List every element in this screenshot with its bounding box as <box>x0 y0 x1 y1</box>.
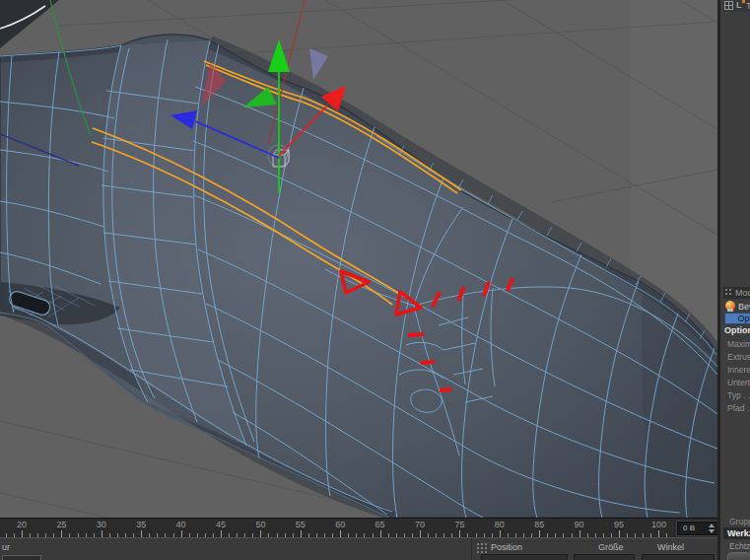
ruler-tick <box>260 530 261 537</box>
frame-counter-field[interactable]: 0 B <box>677 522 718 535</box>
position-input[interactable] <box>481 554 568 560</box>
ruler-tick <box>658 530 659 537</box>
tab-options-label: Opt <box>737 314 750 323</box>
panel-grip-icon[interactable] <box>724 288 733 297</box>
ruler-label: 25 <box>56 520 66 529</box>
ruler-tick <box>340 530 341 537</box>
angle-input[interactable] <box>642 554 715 560</box>
cinema4d-window: 20253035404550556065707580859095100 0 B … <box>0 0 750 560</box>
ruler-label: 20 <box>17 520 27 529</box>
ruler-label: 45 <box>216 520 226 529</box>
timeline-scale[interactable]: 20253035404550556065707580859095100 <box>0 519 676 538</box>
attribute-field-label[interactable]: Unterte <box>727 378 750 390</box>
options-section-title: Optione <box>723 325 750 337</box>
size-header: Größe <box>598 542 624 552</box>
tool-section-tab[interactable]: Werkze <box>723 527 750 539</box>
angle-header: Winkel <box>657 542 684 552</box>
ruler-label: 65 <box>375 520 385 529</box>
tool-title-row: Bev <box>723 300 750 313</box>
ruler-tick <box>619 530 620 537</box>
ruler-label: 95 <box>614 520 624 529</box>
panel-tab-label[interactable]: Tr <box>746 1 750 11</box>
ruler-label: 40 <box>176 520 186 529</box>
coordinate-panel: Position Größe Winkel <box>471 538 717 560</box>
layout-icon[interactable]: L <box>736 0 742 10</box>
panel-top-tabs[interactable]: L Tr <box>723 0 750 12</box>
panel-button[interactable] <box>727 552 750 560</box>
attribute-field-label[interactable]: Maxima <box>727 339 750 352</box>
size-input[interactable] <box>574 554 635 560</box>
ruler-label: 50 <box>255 520 265 529</box>
attribute-panel-header[interactable]: Mod <box>723 287 750 299</box>
attribute-field-label[interactable]: Pfad . . <box>727 403 750 416</box>
ruler-label: 55 <box>296 520 306 529</box>
ruler-label: 100 <box>651 520 666 529</box>
realtime-option-label[interactable]: Echtzei <box>729 541 750 551</box>
ruler-label: 85 <box>534 520 544 529</box>
viewport-canvas[interactable] <box>0 0 717 518</box>
ruler-tick <box>102 530 102 537</box>
frame-counter-value: 0 B <box>683 523 695 534</box>
attribute-field-label[interactable]: Extrusi <box>727 352 750 365</box>
viewport-3d[interactable] <box>0 0 717 518</box>
ruler-tick <box>420 530 421 537</box>
ruler-tick <box>459 530 460 537</box>
ruler-tick <box>500 530 501 537</box>
group-label: Gruppe <box>729 517 750 526</box>
stepper-icon[interactable] <box>709 524 716 533</box>
options-field-list: MaximaExtrusiInnererUnterteTyp . .Pfad .… <box>727 339 750 418</box>
ruler-label: 60 <box>335 520 345 529</box>
ruler-label: 80 <box>495 520 505 529</box>
ruler-label: 70 <box>415 520 425 529</box>
ruler-tick <box>301 530 302 537</box>
bevel-tool-icon <box>725 301 735 311</box>
attribute-panel: L Tr Mod Bev Opt Optione MaximaExtrusiIn… <box>717 0 750 560</box>
ruler-label: 35 <box>136 520 146 529</box>
panel-grip-icon[interactable] <box>476 542 487 553</box>
ruler-label: 75 <box>454 520 464 529</box>
timeline-ruler[interactable]: 20253035404550556065707580859095100 0 B <box>0 518 717 537</box>
ruler-tick <box>580 530 580 537</box>
ruler-label: 30 <box>97 520 106 529</box>
ruler-label: 90 <box>575 520 584 529</box>
attribute-field-label[interactable]: Innerer <box>727 365 750 378</box>
ruler-tick <box>22 530 23 537</box>
ruler-tick <box>61 530 62 537</box>
mode-menu-label[interactable]: Mod <box>735 288 750 298</box>
status-text: ur <box>2 542 10 552</box>
ruler-tick <box>141 530 142 537</box>
attribute-field-label[interactable]: Typ . . <box>727 390 750 403</box>
ruler-tick <box>539 530 540 537</box>
ruler-tick <box>181 530 182 537</box>
ruler-tick <box>380 530 381 537</box>
tab-options[interactable]: Opt <box>724 313 750 324</box>
status-input[interactable] <box>2 555 41 560</box>
window-icon[interactable] <box>724 1 733 10</box>
status-bar: ur Position Größe Winkel <box>0 537 717 560</box>
ruler-tick <box>221 530 222 537</box>
tool-name-label: Bev <box>738 302 750 312</box>
position-header: Position <box>491 542 522 552</box>
